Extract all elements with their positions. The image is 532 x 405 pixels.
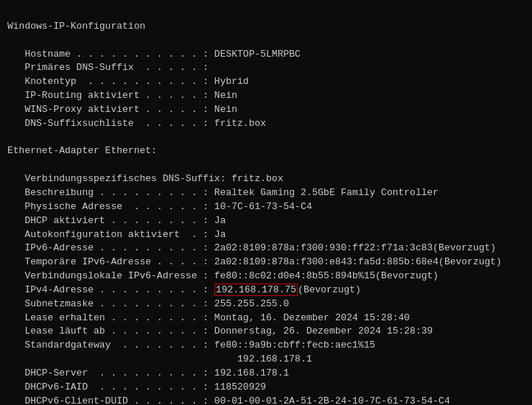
dhcp-server-label: DHCP-Server . . . . . . . . . : — [24, 367, 214, 378]
lease-obtained-value: Montag, 16. Dezember 2024 15:28:40 — [214, 312, 410, 323]
lease-expires-label: Lease läuft ab . . . . . . . . : — [24, 325, 214, 337]
temp-ipv6-label: Temporäre IPv6-Adresse . . . . : — [24, 256, 214, 267]
wins-proxy-value: Nein — [214, 104, 237, 115]
temp-ipv6-value: 2a02:8109:878a:f300:e843:fa5d:885b:68e4(… — [214, 256, 502, 267]
desc-label: Beschreibung . . . . . . . . . : — [24, 187, 214, 198]
hostname-label: Hostname . . . . . . . . . . . : — [24, 49, 214, 60]
gateway-value1: fe80::9a9b:cbff:fecb:aec1%15 — [214, 339, 375, 351]
subnet-label: Subnetzmaske . . . . . . . . . : — [24, 298, 214, 309]
autoconf-label: Autokonfiguration aktiviert . : — [24, 229, 214, 240]
mac-value: 10-7C-61-73-54-C4 — [214, 201, 312, 212]
dns-search-label: DNS-Suffixsuchliste . . . . . : — [24, 118, 214, 129]
conn-dns-label: Verbindungsspezifisches DNS-Suffix: — [24, 173, 231, 184]
dhcpv6-duid-label: DHCPv6-Client-DUID . . . . . . : — [24, 395, 214, 405]
window-title: Windows-IP-Konfiguration — [7, 21, 145, 32]
gateway-value2: 192.168.178.1 — [237, 353, 312, 364]
desc-value: Realtek Gaming 2.5GbE Family Controller — [214, 187, 438, 198]
gateway-label: Standardgateway . . . . . . . : — [24, 339, 214, 351]
dns-suffix-label: Primäres DNS-Suffix . . . . . : — [24, 62, 209, 73]
dhcpv6-iaid-label: DHCPv6-IAID . . . . . . . . . : — [24, 381, 214, 392]
link-local-value: fe80::8c02:d0e4:8b55:894b%15(Bevorzugt) — [214, 270, 438, 281]
link-local-label: Verbindungslokale IPv6-Adresse : — [24, 270, 214, 281]
ipv6-value: 2a02:8109:878a:f300:930:ff22:f71a:3c83(B… — [214, 242, 496, 253]
terminal-output: Windows-IP-Konfiguration Hostname . . . … — [7, 6, 525, 405]
ethernet-section-title: Ethernet-Adapter Ethernet: — [7, 145, 157, 156]
autoconf-value: Ja — [214, 229, 226, 240]
ip-routing-value: Nein — [214, 90, 237, 101]
dhcp-value: Ja — [214, 215, 226, 226]
dhcp-server-value: 192.168.178.1 — [214, 367, 289, 378]
subnet-value: 255.255.255.0 — [214, 298, 289, 309]
conn-dns-value: fritz.box — [231, 173, 283, 184]
dhcp-label: DHCP aktiviert . . . . . . . . : — [24, 215, 214, 226]
ip-routing-label: IP-Routing aktiviert . . . . . : — [24, 90, 214, 101]
ipv4-label: IPv4-Adresse . . . . . . . . . : — [24, 284, 214, 295]
ipv4-highlighted: 192.168.178.75 — [214, 284, 298, 296]
dhcpv6-iaid-value: 118520929 — [214, 381, 266, 392]
ipv4-value: 192.168.178.75 — [216, 284, 296, 295]
mac-label: Physische Adresse . . . . . . : — [24, 201, 214, 212]
dhcpv6-duid-value: 00-01-00-01-2A-51-2B-24-10-7C-61-73-54-C… — [214, 395, 450, 405]
node-type-label: Knotentyp . . . . . . . . . . : — [24, 76, 214, 87]
node-type-value: Hybrid — [214, 76, 249, 87]
lease-obtained-label: Lease erhalten . . . . . . . . : — [24, 312, 214, 323]
dns-search-value: fritz.box — [214, 118, 266, 129]
hostname-value: DESKTOP-5LMRPBC — [214, 49, 301, 60]
wins-proxy-label: WINS-Proxy aktiviert . . . . . : — [24, 104, 214, 115]
ipv4-suffix: (Bevorzugt) — [298, 284, 361, 295]
ipv6-label: IPv6-Adresse . . . . . . . . . : — [24, 242, 214, 253]
lease-expires-value: Donnerstag, 26. Dezember 2024 15:28:39 — [214, 325, 433, 337]
